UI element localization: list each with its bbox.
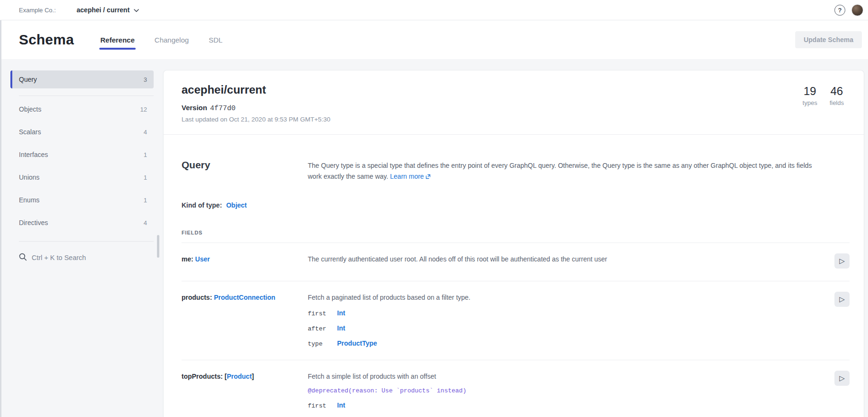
type-section-query: Query The Query type is a special type t… xyxy=(164,159,864,417)
stat-value: 19 xyxy=(803,85,817,98)
stat-label: types xyxy=(803,99,817,106)
search-hint-text: Ctrl + K to Search xyxy=(32,254,86,261)
content-area: Query 3 Objects 12 Scalars 4 Interfaces … xyxy=(0,59,868,417)
sidebar-item-directives[interactable]: Directives 4 xyxy=(10,211,154,234)
version-line: Version4f77d0 xyxy=(182,104,845,113)
stat-value: 46 xyxy=(830,85,844,98)
tab-sdl[interactable]: SDL xyxy=(208,31,223,51)
argument-name: first xyxy=(308,310,337,317)
schema-meta-header: acephei/current Version4f77d0 Last updat… xyxy=(164,70,864,135)
sidebar-item-label: Directives xyxy=(19,219,48,226)
run-in-explorer-button[interactable]: ▷ xyxy=(834,253,850,269)
argument-row: first Int xyxy=(308,309,834,317)
field-name: me: User xyxy=(182,254,308,269)
argument-name: first xyxy=(308,402,337,409)
sidebar-item-unions[interactable]: Unions 1 xyxy=(10,166,154,189)
field-name: products: ProductConnection xyxy=(182,293,308,348)
tab-bar: Reference Changelog SDL xyxy=(99,31,223,51)
type-description: The Query type is a special type that de… xyxy=(308,160,827,182)
argument-row: type ProductType xyxy=(308,339,834,348)
field-row-me: me: User The currently authenticated use… xyxy=(182,243,850,281)
sidebar-item-query[interactable]: Query 3 xyxy=(10,70,154,88)
graph-selector-dropdown[interactable]: acephei / current xyxy=(77,6,139,14)
sidebar-divider xyxy=(19,96,154,96)
kind-of-type-line: Kind of type: Object xyxy=(182,201,850,209)
field-body: Fetch a simple list of products with an … xyxy=(308,372,834,409)
sidebar-item-interfaces[interactable]: Interfaces 1 xyxy=(10,143,154,166)
field-type-link[interactable]: Product xyxy=(227,373,252,380)
tab-changelog[interactable]: Changelog xyxy=(154,31,190,51)
stat-fields: 46 fields xyxy=(830,85,844,106)
sidebar-divider xyxy=(19,241,154,242)
version-hash: 4f77d0 xyxy=(210,104,235,113)
argument-type-link[interactable]: Int xyxy=(337,324,345,332)
last-updated-text: Last updated on Oct 21, 2020 at 9:53 PM … xyxy=(182,116,845,123)
argument-type-link[interactable]: Int xyxy=(337,309,345,317)
sidebar-item-objects[interactable]: Objects 12 xyxy=(10,98,154,121)
field-type-bracket: ] xyxy=(252,373,254,380)
topbar: Example Co.: acephei / current ? xyxy=(0,0,868,20)
sidebar-item-label: Query xyxy=(19,76,37,83)
sidebar-item-label: Interfaces xyxy=(19,151,48,158)
schema-search-trigger[interactable]: Ctrl + K to Search xyxy=(10,248,154,267)
sidebar-item-label: Objects xyxy=(19,105,41,113)
sidebar-item-count: 1 xyxy=(144,174,147,181)
argument-type-link[interactable]: ProductType xyxy=(337,339,377,347)
field-name-text: topProducts: xyxy=(182,373,223,380)
type-head: Query The Query type is a special type t… xyxy=(182,159,850,182)
field-row-products: products: ProductConnection Fetch a pagi… xyxy=(182,281,850,360)
field-description: Fetch a paginated list of products based… xyxy=(308,293,834,302)
search-icon xyxy=(19,253,27,263)
kind-object-link[interactable]: Object xyxy=(226,201,247,209)
sidebar-item-count: 1 xyxy=(144,197,147,204)
type-name-heading: Query xyxy=(182,159,308,182)
update-schema-button[interactable]: Update Schema xyxy=(795,31,862,48)
field-description: The currently authenticated user root. A… xyxy=(308,254,834,264)
schema-stats: 19 types 46 fields xyxy=(803,85,844,106)
field-type-link[interactable]: ProductConnection xyxy=(214,294,275,301)
sidebar-item-count: 4 xyxy=(144,219,147,226)
field-description: Fetch a simple list of products with an … xyxy=(308,372,834,381)
org-label: Example Co.: xyxy=(19,7,56,14)
graph-selector-label: acephei / current xyxy=(77,6,130,14)
field-name: topProducts: [Product] xyxy=(182,372,308,409)
version-label: Version xyxy=(182,104,207,112)
argument-row: after Int xyxy=(308,324,834,332)
argument-name: type xyxy=(308,340,337,348)
sidebar-item-count: 12 xyxy=(140,106,147,113)
graph-variant-title: acephei/current xyxy=(182,83,845,96)
field-name-text: products: xyxy=(182,294,212,301)
sidebar-item-count: 3 xyxy=(144,76,147,83)
sidebar-item-label: Unions xyxy=(19,174,40,181)
sidebar-item-count: 1 xyxy=(144,151,147,158)
field-body: Fetch a paginated list of products based… xyxy=(308,293,834,348)
field-body: The currently authenticated user root. A… xyxy=(308,254,834,269)
schema-type-sidebar: Query 3 Objects 12 Scalars 4 Interfaces … xyxy=(0,59,163,417)
topbar-actions: ? xyxy=(834,4,863,16)
argument-type-link[interactable]: Int xyxy=(337,401,345,409)
sidebar-item-scalars[interactable]: Scalars 4 xyxy=(10,121,154,143)
stat-types: 19 types xyxy=(803,85,817,106)
argument-name: after xyxy=(308,325,337,332)
sidebar-item-enums[interactable]: Enums 1 xyxy=(10,189,154,211)
external-link-icon xyxy=(425,172,431,182)
learn-more-link[interactable]: Learn more xyxy=(390,173,424,180)
field-row-topproducts: topProducts: [Product] Fetch a simple li… xyxy=(182,360,850,417)
argument-row: first Int xyxy=(308,401,834,409)
run-in-explorer-button[interactable]: ▷ xyxy=(834,371,850,386)
page-header: Schema Reference Changelog SDL Update Sc… xyxy=(0,20,868,59)
type-description-text: The Query type is a special type that de… xyxy=(308,162,812,180)
sidebar-item-label: Enums xyxy=(19,196,40,204)
fields-section-heading: FIELDS xyxy=(182,230,850,235)
sidebar-item-label: Scalars xyxy=(19,128,41,136)
help-icon[interactable]: ? xyxy=(834,5,845,16)
field-type-link[interactable]: User xyxy=(195,255,210,263)
run-in-explorer-button[interactable]: ▷ xyxy=(834,292,850,307)
tab-reference[interactable]: Reference xyxy=(99,31,136,51)
kind-label: Kind of type: xyxy=(182,201,222,209)
user-avatar[interactable] xyxy=(851,4,863,16)
sidebar-scrollbar-thumb[interactable] xyxy=(157,235,159,258)
sidebar-item-count: 4 xyxy=(144,129,147,136)
chevron-down-icon xyxy=(134,6,139,14)
deprecated-annotation: @deprecated(reason: Use `products` inste… xyxy=(308,387,834,394)
